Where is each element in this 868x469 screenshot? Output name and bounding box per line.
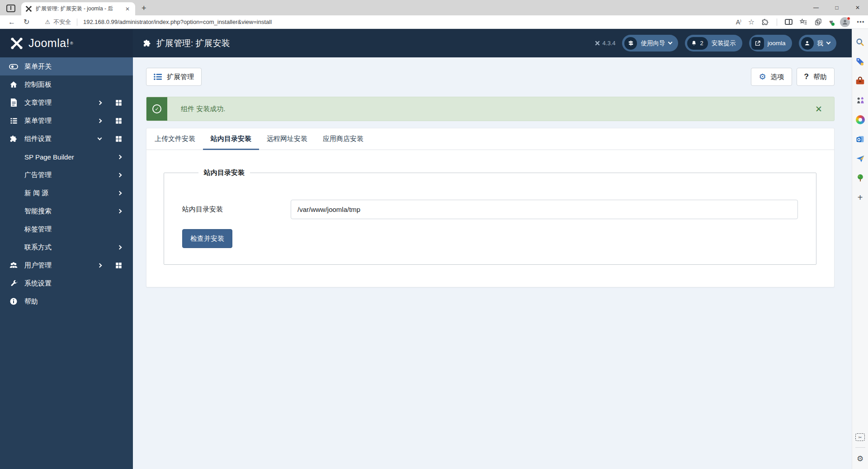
toggle-icon	[9, 62, 18, 71]
tab-install-from-web[interactable]: 应用商店安装	[315, 128, 371, 150]
tab-title: 扩展管理: 扩展安装 - joomla - 后	[36, 5, 120, 13]
sidebar-settings-icon[interactable]: ⚙	[857, 454, 863, 464]
list-icon	[9, 117, 18, 125]
puzzle-icon	[143, 39, 151, 47]
joomla-version-icon	[594, 40, 600, 46]
add-sidebar-item-icon[interactable]: +	[855, 192, 865, 202]
chevron-down-icon	[826, 40, 831, 45]
article-icon	[9, 98, 18, 107]
sidebar-item-content[interactable]: 文章管理	[0, 94, 133, 112]
chevron-right-icon	[118, 173, 122, 177]
installer-tabs: 上传文件安装 站内目录安装 远程网址安装 应用商店安装	[146, 128, 834, 150]
refresh-icon[interactable]: ↻	[24, 18, 29, 26]
more-menu-icon[interactable]: ⋯	[857, 17, 864, 27]
edge-sidebar: + ✂ ⚙	[852, 29, 868, 469]
tab-install-from-folder[interactable]: 站内目录安装	[203, 128, 259, 150]
sidebar-item-help[interactable]: 帮助	[0, 292, 133, 310]
address-bar[interactable]: 192.168.0.99/administrator/index.php?opt…	[83, 19, 272, 25]
tab-install-from-url[interactable]: 远程网址安装	[259, 128, 315, 150]
web-capture-icon[interactable]: ✂	[855, 433, 865, 441]
joomla-favicon-icon	[25, 5, 32, 12]
sidebar-item-tags[interactable]: 标签管理	[0, 220, 133, 238]
page-title: 扩展管理: 扩展安装	[143, 38, 230, 49]
browser-essentials-icon[interactable]: ♥	[829, 18, 833, 26]
tools-icon[interactable]	[855, 76, 865, 86]
minimize-button[interactable]: —	[806, 0, 826, 15]
drop-icon[interactable]	[855, 154, 865, 164]
grid-icon[interactable]	[114, 136, 123, 142]
grid-icon[interactable]	[114, 117, 123, 124]
directory-input[interactable]	[291, 200, 798, 219]
grid-icon[interactable]	[114, 99, 123, 106]
preview-site-button[interactable]: joomla	[749, 35, 792, 52]
options-button[interactable]: ⚙ 选项	[751, 68, 792, 86]
manage-extensions-button[interactable]: 扩展管理	[146, 68, 202, 86]
admin-sidebar: 菜单开关 控制面板 文章管理 菜单管理	[0, 57, 133, 469]
sidebar-item-news-feeds[interactable]: 新 闻 源	[0, 184, 133, 202]
joomla-logo[interactable]: Joomla! ®	[0, 29, 133, 57]
post-install-messages-button[interactable]: 2 安装提示	[685, 35, 742, 52]
sidebar-item-control-panel[interactable]: 控制面板	[0, 75, 133, 94]
microsoft-365-icon[interactable]	[855, 115, 865, 125]
directory-field-label: 站内目录安装	[182, 205, 291, 214]
browser-tab[interactable]: 扩展管理: 扩展安装 - joomla - 后 ✕	[21, 2, 135, 15]
workspaces-icon[interactable]	[6, 5, 15, 12]
sidebar-item-menu-toggle[interactable]: 菜单开关	[0, 57, 133, 75]
sidebar-item-users[interactable]: 用户管理	[0, 256, 133, 274]
help-button[interactable]: ? 帮助	[797, 68, 835, 86]
grid-icon[interactable]	[114, 262, 123, 269]
success-badge: ✓	[146, 97, 167, 121]
sidebar-item-components[interactable]: 组件设置	[0, 130, 133, 148]
back-icon[interactable]: ←	[8, 18, 15, 26]
chevron-right-icon	[118, 245, 122, 249]
info-icon	[9, 297, 18, 305]
sidebar-item-sp-page-builder[interactable]: SP Page Builder	[0, 148, 133, 166]
signpost-icon	[624, 37, 637, 50]
puzzle-icon	[9, 135, 18, 143]
browser-toolbar: ← ↻ ⚠ 不安全 192.168.0.99/administrator/ind…	[0, 15, 868, 29]
list-icon	[154, 73, 162, 80]
collections-icon[interactable]	[814, 18, 822, 26]
version-badge: 4.3.4	[594, 40, 616, 47]
question-icon: ?	[804, 72, 809, 81]
installer-card: 上传文件安装 站内目录安装 远程网址安装 应用商店安装 站内目录安装 站内目录安…	[146, 128, 835, 287]
outlook-icon[interactable]	[855, 134, 865, 144]
tab-upload-package[interactable]: 上传文件安装	[147, 128, 203, 150]
chevron-right-icon	[98, 263, 102, 267]
tab-panel: 站内目录安装 站内目录安装 检查并安装	[146, 150, 834, 287]
favorite-star-icon[interactable]: ☆	[748, 18, 755, 26]
user-menu-button[interactable]: 我	[799, 35, 837, 52]
alert-close-icon[interactable]: ✕	[815, 97, 834, 121]
close-window-button[interactable]: ✕	[847, 0, 868, 15]
sidebar-item-contacts[interactable]: 联系方式	[0, 238, 133, 256]
maximize-button[interactable]: □	[826, 0, 847, 15]
gear-icon: ⚙	[759, 73, 766, 81]
sidebar-item-menus[interactable]: 菜单管理	[0, 112, 133, 130]
shopping-icon[interactable]	[855, 56, 865, 66]
search-icon[interactable]	[855, 37, 865, 47]
read-aloud-icon[interactable]: A)	[736, 19, 741, 26]
check-and-install-button[interactable]: 检查并安装	[182, 229, 232, 248]
favorites-list-icon[interactable]	[799, 18, 807, 26]
split-screen-icon[interactable]	[785, 19, 793, 25]
extensions-icon[interactable]	[761, 18, 769, 26]
profile-avatar[interactable]	[840, 17, 850, 27]
chevron-right-icon	[118, 155, 122, 159]
divider	[855, 447, 865, 448]
tree-icon[interactable]	[855, 173, 865, 183]
notification-count-badge: 2	[687, 37, 708, 50]
joomla-admin: Joomla! ® 扩展管理: 扩展安装 4.3.4 使用向导 2	[0, 29, 852, 469]
install-from-folder-fieldset: 站内目录安装 站内目录安装 检查并安装	[164, 169, 816, 265]
success-alert: ✓ 组件 安装成功. ✕	[146, 97, 835, 121]
guided-tour-button[interactable]: 使用向导	[622, 35, 678, 52]
sidebar-item-system[interactable]: 系统设置	[0, 274, 133, 292]
new-tab-button[interactable]: +	[142, 4, 146, 13]
users-icon	[9, 261, 18, 270]
user-icon	[801, 37, 814, 50]
joomla-logo-icon	[10, 37, 24, 50]
games-icon[interactable]	[855, 95, 865, 105]
site-security-badge[interactable]: ⚠ 不安全	[45, 18, 71, 26]
sidebar-item-smart-search[interactable]: 智能搜索	[0, 202, 133, 220]
tab-close-icon[interactable]: ✕	[124, 6, 131, 12]
sidebar-item-banners[interactable]: 广告管理	[0, 166, 133, 184]
